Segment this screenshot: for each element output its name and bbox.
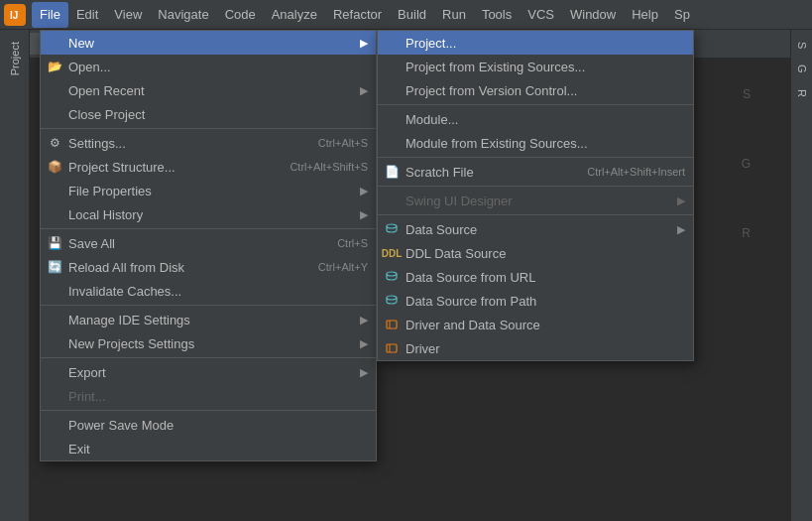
new-submenu-project-label: Project...: [406, 36, 456, 51]
menu-item-invalidate-label: Invalidate Caches...: [68, 284, 181, 299]
project-structure-icon: 📦: [47, 159, 62, 175]
file-menu-sep-5: [41, 410, 376, 411]
local-history-arrow-icon: ▶: [360, 208, 368, 221]
menubar-analyze[interactable]: Analyze: [264, 2, 325, 28]
menubar-file[interactable]: File: [32, 2, 68, 28]
new-project-settings-icon: [47, 335, 62, 351]
new-submenu-dropdown: Project... Project from Existing Sources…: [377, 30, 694, 361]
scratch-icon: 📄: [384, 164, 400, 180]
new-submenu-module[interactable]: Module...: [378, 107, 693, 131]
menubar-edit[interactable]: Edit: [68, 2, 106, 28]
new-submenu-ds-path-label: Data Source from Path: [406, 294, 536, 309]
exit-icon: [47, 441, 62, 456]
project-vcs-icon: [384, 82, 400, 98]
manage-ide-arrow-icon: ▶: [360, 314, 368, 326]
right-sidebar-s[interactable]: S: [794, 34, 810, 57]
export-arrow-icon: ▶: [360, 366, 368, 379]
new-submenu-sep-4: [378, 214, 693, 215]
menubar-build[interactable]: Build: [390, 2, 434, 28]
file-menu-sep-4: [41, 357, 376, 358]
project-existing-icon: [384, 59, 400, 74]
menu-item-new-label: New: [68, 36, 94, 51]
menubar-vcs[interactable]: VCS: [520, 2, 562, 28]
menu-item-open-recent[interactable]: Open Recent ▶: [41, 78, 376, 102]
menu-item-save-all-label: Save All: [68, 236, 115, 251]
new-submenu-sep-2: [378, 157, 693, 158]
menu-item-exit-label: Exit: [68, 442, 90, 456]
menu-item-open-recent-label: Open Recent: [68, 83, 145, 98]
ds-path-icon: [384, 293, 400, 309]
right-panel-label-3: R: [742, 226, 751, 240]
new-submenu-ddl[interactable]: DDL DDL Data Source: [378, 241, 693, 265]
export-icon: [47, 364, 62, 380]
new-submenu-swing-label: Swing UI Designer: [406, 194, 513, 208]
new-submenu-module-existing-label: Module from Existing Sources...: [406, 136, 588, 151]
menu-item-invalidate[interactable]: Invalidate Caches...: [41, 279, 376, 303]
new-submenu-scratch[interactable]: 📄 Scratch File Ctrl+Alt+Shift+Insert: [378, 160, 693, 184]
new-submenu-module-existing[interactable]: Module from Existing Sources...: [378, 131, 693, 155]
menu-item-manage-ide[interactable]: Manage IDE Settings ▶: [41, 308, 376, 331]
menu-item-save-all[interactable]: 💾 Save All Ctrl+S: [41, 231, 376, 255]
menubar-code[interactable]: Code: [217, 2, 264, 28]
svg-point-3: [387, 272, 397, 276]
menubar-refactor[interactable]: Refactor: [325, 2, 390, 28]
new-submenu-data-source[interactable]: Data Source ▶: [378, 217, 693, 241]
local-history-icon: [47, 206, 62, 222]
invalidate-icon: [47, 283, 62, 299]
new-submenu-driver[interactable]: Driver: [378, 336, 693, 360]
menubar-run[interactable]: Run: [434, 2, 474, 28]
file-properties-arrow-icon: ▶: [360, 185, 368, 197]
menu-item-new-project-settings[interactable]: New Projects Settings ▶: [41, 331, 376, 355]
svg-rect-5: [387, 321, 397, 328]
menu-item-new-project-settings-label: New Projects Settings: [68, 336, 194, 351]
menu-item-power-save[interactable]: Power Save Mode: [41, 413, 376, 437]
new-submenu-sep-3: [378, 186, 693, 187]
menubar-sp[interactable]: Sp: [666, 2, 698, 28]
settings-shortcut: Ctrl+Alt+S: [298, 137, 368, 149]
svg-text:IJ: IJ: [10, 10, 18, 21]
menu-item-local-history-label: Local History: [68, 207, 143, 222]
menu-item-new[interactable]: New ▶: [41, 31, 376, 55]
menu-item-reload-label: Reload All from Disk: [68, 260, 184, 275]
menu-item-power-save-label: Power Save Mode: [68, 418, 174, 433]
new-submenu-ds-url[interactable]: Data Source from URL: [378, 265, 693, 289]
menu-item-open[interactable]: 📂 Open...: [41, 55, 376, 78]
menubar-navigate[interactable]: Navigate: [150, 2, 216, 28]
menu-item-local-history[interactable]: Local History ▶: [41, 202, 376, 226]
menubar-window[interactable]: Window: [562, 2, 624, 28]
new-submenu-driver-ds[interactable]: Driver and Data Source: [378, 313, 693, 336]
new-submenu-project-vcs[interactable]: Project from Version Control...: [378, 78, 693, 102]
sidebar-project-tab[interactable]: Project: [5, 34, 25, 83]
menu-item-settings[interactable]: ⚙ Settings... Ctrl+Alt+S: [41, 131, 376, 155]
right-sidebar-r[interactable]: R: [794, 81, 810, 105]
new-arrow-icon: ▶: [360, 37, 368, 50]
new-submenu-ds-url-label: Data Source from URL: [406, 270, 536, 285]
right-sidebar-g[interactable]: G: [794, 57, 810, 81]
project-icon: [384, 35, 400, 51]
new-submenu-ds-path[interactable]: Data Source from Path: [378, 289, 693, 313]
left-sidebar: Project: [0, 30, 30, 521]
right-sidebar: S G R: [790, 30, 812, 521]
new-submenu-driver-label: Driver: [406, 341, 440, 356]
menu-item-print-label: Print...: [68, 389, 106, 404]
menu-item-export[interactable]: Export ▶: [41, 360, 376, 384]
menu-item-file-properties[interactable]: File Properties ▶: [41, 179, 376, 202]
menubar-view[interactable]: View: [106, 2, 150, 28]
file-properties-icon: [47, 183, 62, 198]
menu-item-exit[interactable]: Exit: [41, 437, 376, 460]
menu-item-close-project[interactable]: Close Project: [41, 102, 376, 126]
power-save-icon: [47, 417, 62, 433]
new-submenu-project-existing[interactable]: Project from Existing Sources...: [378, 55, 693, 78]
new-submenu-project[interactable]: Project...: [378, 31, 693, 55]
menu-item-reload[interactable]: 🔄 Reload All from Disk Ctrl+Alt+Y: [41, 255, 376, 279]
menubar-help[interactable]: Help: [624, 2, 666, 28]
project-structure-shortcut: Ctrl+Alt+Shift+S: [270, 161, 368, 173]
new-submenu-project-existing-label: Project from Existing Sources...: [406, 60, 585, 74]
menu-item-project-structure[interactable]: 📦 Project Structure... Ctrl+Alt+Shift+S: [41, 155, 376, 179]
close-project-icon: [47, 106, 62, 122]
menubar-tools[interactable]: Tools: [474, 2, 520, 28]
open-recent-icon: [47, 82, 62, 98]
data-source-arrow-icon: ▶: [677, 223, 685, 236]
new-submenu-swing: Swing UI Designer ▶: [378, 189, 693, 212]
menu-item-settings-label: Settings...: [68, 136, 126, 151]
